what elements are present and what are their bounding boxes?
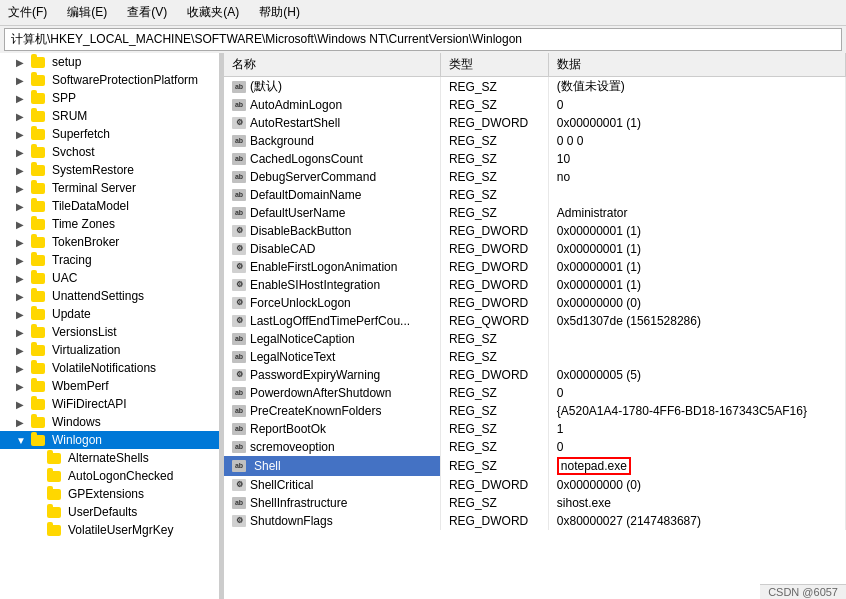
cell-name: ⚙DisableBackButton xyxy=(224,222,440,240)
table-row[interactable]: ab(默认)REG_SZ(数值未设置) xyxy=(224,77,846,97)
tree-item[interactable]: AutoLogonChecked xyxy=(0,467,219,485)
tree-item[interactable]: ▶WiFiDirectAPI xyxy=(0,395,219,413)
tree-item[interactable]: ▶TileDataModel xyxy=(0,197,219,215)
tree-item-label: Time Zones xyxy=(52,217,115,231)
folder-icon xyxy=(31,147,45,158)
tree-item[interactable]: ▶Time Zones xyxy=(0,215,219,233)
cell-type: REG_SZ xyxy=(440,77,548,97)
tree-item[interactable]: ▶UAC xyxy=(0,269,219,287)
tree-item[interactable]: ▶Virtualization xyxy=(0,341,219,359)
col-type: 类型 xyxy=(440,53,548,77)
table-row[interactable]: ⚙EnableFirstLogonAnimationREG_DWORD0x000… xyxy=(224,258,846,276)
expand-icon: ▶ xyxy=(16,273,28,284)
expand-icon: ▶ xyxy=(16,291,28,302)
expand-icon: ▶ xyxy=(16,345,28,356)
table-row[interactable]: abReportBootOkREG_SZ1 xyxy=(224,420,846,438)
cell-type: REG_SZ xyxy=(440,384,548,402)
tree-item[interactable]: ▶VolatileNotifications xyxy=(0,359,219,377)
tree-item-label: AlternateShells xyxy=(68,451,149,465)
cell-name: abShell xyxy=(224,456,440,476)
folder-icon xyxy=(31,75,45,86)
table-row[interactable]: ⚙PasswordExpiryWarningREG_DWORD0x0000000… xyxy=(224,366,846,384)
name-text: ShellCritical xyxy=(250,478,313,492)
table-row[interactable]: ⚙ShellCriticalREG_DWORD0x00000000 (0) xyxy=(224,476,846,494)
tree-item[interactable]: GPExtensions xyxy=(0,485,219,503)
table-row[interactable]: abShellREG_SZnotepad.exe xyxy=(224,456,846,476)
table-row[interactable]: abDefaultDomainNameREG_SZ xyxy=(224,186,846,204)
table-row[interactable]: ⚙AutoRestartShellREG_DWORD0x00000001 (1) xyxy=(224,114,846,132)
tree-item[interactable]: ▶WbemPerf xyxy=(0,377,219,395)
tree-item[interactable]: ▶setup xyxy=(0,53,219,71)
tree-item[interactable]: ▶SPP xyxy=(0,89,219,107)
expand-icon: ▶ xyxy=(16,147,28,158)
table-row[interactable]: abPreCreateKnownFoldersREG_SZ{A520A1A4-1… xyxy=(224,402,846,420)
expand-icon: ▶ xyxy=(16,219,28,230)
name-text: LegalNoticeCaption xyxy=(250,332,355,346)
tree-item[interactable]: ▶SystemRestore xyxy=(0,161,219,179)
menu-help[interactable]: 帮助(H) xyxy=(255,2,304,23)
tree-item[interactable]: ▶VersionsList xyxy=(0,323,219,341)
tree-item[interactable]: ▶UnattendSettings xyxy=(0,287,219,305)
tree-item[interactable]: ▶Svchost xyxy=(0,143,219,161)
table-row[interactable]: abCachedLogonsCountREG_SZ10 xyxy=(224,150,846,168)
table-row[interactable]: abscremoveoptionREG_SZ0 xyxy=(224,438,846,456)
cell-type: REG_SZ xyxy=(440,402,548,420)
tree-item[interactable]: ▶Update xyxy=(0,305,219,323)
table-row[interactable]: abAutoAdminLogonREG_SZ0 xyxy=(224,96,846,114)
table-row[interactable]: abShellInfrastructureREG_SZsihost.exe xyxy=(224,494,846,512)
table-row[interactable]: abDebugServerCommandREG_SZno xyxy=(224,168,846,186)
table-row[interactable]: ⚙DisableBackButtonREG_DWORD0x00000001 (1… xyxy=(224,222,846,240)
address-bar[interactable]: 计算机\HKEY_LOCAL_MACHINE\SOFTWARE\Microsof… xyxy=(4,28,842,51)
tree-item[interactable]: UserDefaults xyxy=(0,503,219,521)
folder-icon xyxy=(31,309,45,320)
table-row[interactable]: ⚙ShutdownFlagsREG_DWORD0x80000027 (21474… xyxy=(224,512,846,530)
tree-item[interactable]: ▶Windows xyxy=(0,413,219,431)
table-row[interactable]: ⚙LastLogOffEndTimePerfCou...REG_QWORD0x5… xyxy=(224,312,846,330)
table-row[interactable]: abLegalNoticeCaptionREG_SZ xyxy=(224,330,846,348)
reg-sz-icon: ab xyxy=(232,207,246,219)
menubar: 文件(F) 编辑(E) 查看(V) 收藏夹(A) 帮助(H) xyxy=(0,0,846,26)
expand-icon: ▶ xyxy=(16,327,28,338)
name-text: Background xyxy=(250,134,314,148)
reg-sz-icon: ab xyxy=(232,153,246,165)
cell-type: REG_DWORD xyxy=(440,258,548,276)
menu-edit[interactable]: 编辑(E) xyxy=(63,2,111,23)
table-row[interactable]: ⚙DisableCADREG_DWORD0x00000001 (1) xyxy=(224,240,846,258)
tree-item-label: WbemPerf xyxy=(52,379,109,393)
tree-item[interactable]: ▶Tracing xyxy=(0,251,219,269)
tree-item[interactable]: ▶SRUM xyxy=(0,107,219,125)
table-row[interactable]: abDefaultUserNameREG_SZAdministrator xyxy=(224,204,846,222)
reg-sz-icon: ab xyxy=(232,423,246,435)
reg-sz-icon: ab xyxy=(232,441,246,453)
tree-item[interactable]: ▶TokenBroker xyxy=(0,233,219,251)
tree-item[interactable]: ▶Superfetch xyxy=(0,125,219,143)
tree-item[interactable]: ▶SoftwareProtectionPlatform xyxy=(0,71,219,89)
cell-type: REG_DWORD xyxy=(440,366,548,384)
name-text: scremoveoption xyxy=(250,440,335,454)
folder-icon xyxy=(31,165,45,176)
folder-icon xyxy=(31,363,45,374)
shell-value-highlight: notepad.exe xyxy=(557,457,631,475)
tree-item[interactable]: ▼Winlogon xyxy=(0,431,219,449)
table-row[interactable]: abPowerdownAfterShutdownREG_SZ0 xyxy=(224,384,846,402)
reg-sz-icon: ab xyxy=(232,405,246,417)
table-row[interactable]: ⚙EnableSIHostIntegrationREG_DWORD0x00000… xyxy=(224,276,846,294)
menu-favorites[interactable]: 收藏夹(A) xyxy=(183,2,243,23)
folder-icon xyxy=(31,183,45,194)
reg-dword-icon: ⚙ xyxy=(232,515,246,527)
tree-item[interactable]: VolatileUserMgrKey xyxy=(0,521,219,539)
tree-item-label: VolatileNotifications xyxy=(52,361,156,375)
tree-item[interactable]: AlternateShells xyxy=(0,449,219,467)
cell-name: ⚙EnableSIHostIntegration xyxy=(224,276,440,294)
tree-item-label: UserDefaults xyxy=(68,505,137,519)
tree-item[interactable]: ▶Terminal Server xyxy=(0,179,219,197)
table-row[interactable]: ⚙ForceUnlockLogonREG_DWORD0x00000000 (0) xyxy=(224,294,846,312)
menu-file[interactable]: 文件(F) xyxy=(4,2,51,23)
cell-name: abBackground xyxy=(224,132,440,150)
reg-dword-icon: ⚙ xyxy=(232,117,246,129)
menu-view[interactable]: 查看(V) xyxy=(123,2,171,23)
table-row[interactable]: abLegalNoticeTextREG_SZ xyxy=(224,348,846,366)
cell-data: sihost.exe xyxy=(548,494,845,512)
table-row[interactable]: abBackgroundREG_SZ0 0 0 xyxy=(224,132,846,150)
folder-icon xyxy=(47,471,61,482)
